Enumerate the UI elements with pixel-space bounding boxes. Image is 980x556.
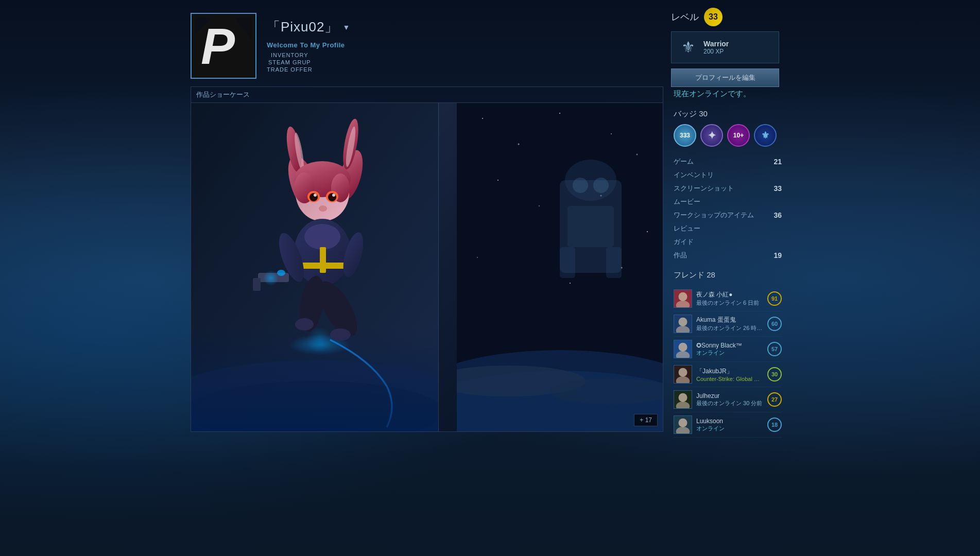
svg-point-23 xyxy=(332,194,335,197)
friend-info-0: 夜ノ森 小紅● 最後のオンライン 6 日前 xyxy=(696,290,763,307)
friend-level-4: 27 xyxy=(767,392,782,407)
level-badge: 33 xyxy=(704,8,723,26)
svg-point-22 xyxy=(314,194,317,197)
friend-level-1: 60 xyxy=(767,317,782,331)
left-section: 作品ショーケース xyxy=(191,86,663,438)
stat-label-games[interactable]: ゲーム xyxy=(674,157,694,166)
friend-item-0[interactable]: 夜ノ森 小紅● 最後のオンライン 6 日前 91 xyxy=(674,286,782,311)
showcase-header: 作品ショーケース xyxy=(191,86,663,102)
svg-rect-32 xyxy=(253,278,261,291)
svg-point-59 xyxy=(565,160,616,201)
friend-status-1: 最後のオンライン 26 時間 36 分前 xyxy=(696,324,763,332)
friend-item-4[interactable]: Julhezur 最後のオンライン 30 分前 27 xyxy=(674,387,782,412)
character-art xyxy=(191,103,438,431)
trade-offer-link[interactable]: TRADE OFFER xyxy=(267,66,313,73)
svg-point-7 xyxy=(289,335,351,355)
right-panel: レベル 33 ⚜ Warrior 200 XP プロフィールを編集 xyxy=(671,8,779,93)
main-content: 作品ショーケース xyxy=(0,79,980,438)
profile-links: INVENTORY STEAM GRUP TRADE OFFER xyxy=(267,52,313,73)
edit-profile-button[interactable]: プロフィールを編集 xyxy=(671,68,779,87)
svg-rect-29 xyxy=(320,247,326,273)
svg-point-61 xyxy=(593,178,609,193)
friend-info-5: Luuksoon オンライン xyxy=(696,418,763,432)
friend-item-5[interactable]: Luuksoon オンライン 18 xyxy=(674,412,782,438)
svg-point-40 xyxy=(307,327,333,353)
svg-point-81 xyxy=(679,419,687,427)
svg-rect-62 xyxy=(568,206,614,247)
stat-row-artworks: 作品 19 xyxy=(674,251,782,260)
friend-name-3: 「JakubJR」 xyxy=(696,367,763,376)
rank-name: Warrior xyxy=(703,40,729,48)
friend-level-2: 57 xyxy=(767,342,782,356)
svg-point-75 xyxy=(679,368,687,377)
svg-rect-63 xyxy=(560,247,575,278)
space-background xyxy=(457,103,663,431)
friends-section: フレンド 28 夜ノ森 小紅● 最後のオンライン 6 日前 91 xyxy=(674,270,782,438)
badge-star[interactable]: ✦ xyxy=(700,124,723,147)
stat-label-reviews[interactable]: レビュー xyxy=(674,224,700,233)
friend-name-1: Akuma 蛋蛋鬼 xyxy=(696,316,763,324)
friend-avatar-5 xyxy=(674,415,692,434)
svg-point-45 xyxy=(611,133,612,134)
friend-avatar-1 xyxy=(674,315,692,333)
stat-row-movies: ムービー xyxy=(674,197,782,206)
showcase-count[interactable]: + 17 xyxy=(634,414,658,426)
stat-row-workshop: ワークショップのアイテム 36 xyxy=(674,211,782,220)
friend-status-2: オンライン xyxy=(696,349,763,357)
friend-item-1[interactable]: Akuma 蛋蛋鬼 最後のオンライン 26 時間 36 分前 60 xyxy=(674,311,782,337)
friend-item-3[interactable]: 「JakubJR」 Counter-Strike: Global Offensi… xyxy=(674,362,782,387)
svg-rect-64 xyxy=(606,247,622,278)
stat-value-workshop: 36 xyxy=(773,211,782,219)
badges-section: バッジ 30 333 ✦ 10+ ⚜ xyxy=(674,109,782,147)
badge-wings[interactable]: ⚜ xyxy=(754,124,777,147)
avatar: P xyxy=(191,13,256,79)
svg-point-60 xyxy=(573,178,588,193)
svg-point-27 xyxy=(304,224,340,250)
svg-point-52 xyxy=(570,283,571,284)
stat-value-artworks: 19 xyxy=(773,251,782,259)
warrior-wings-icon: ⚜ xyxy=(681,40,695,55)
friend-level-3: 30 xyxy=(767,367,782,381)
stat-label-guides[interactable]: ガイド xyxy=(674,237,694,247)
friend-level-0: 91 xyxy=(767,291,782,306)
svg-point-43 xyxy=(518,144,520,145)
svg-point-21 xyxy=(328,193,336,201)
stats-list: ゲーム 21 インベントリ スクリーンショット 33 ムービー ワークショップの… xyxy=(674,157,782,260)
friend-item-2[interactable]: ✪Sonny Black™ オンライン 57 xyxy=(674,337,782,362)
friend-name-4: Julhezur xyxy=(696,392,763,399)
friend-avatar-3 xyxy=(674,365,692,384)
svg-point-39 xyxy=(263,270,279,286)
steam-grup-link[interactable]: STEAM GRUP xyxy=(268,59,311,65)
rank-info: Warrior 200 XP xyxy=(703,40,729,55)
stat-label-movies[interactable]: ムービー xyxy=(674,197,700,206)
stat-value-screenshots: 33 xyxy=(773,184,782,193)
badge-333[interactable]: 333 xyxy=(674,124,696,147)
svg-point-51 xyxy=(477,257,478,258)
username: 「Pixu02」 xyxy=(267,18,339,36)
stat-label-workshop[interactable]: ワークショップのアイテム xyxy=(674,211,754,220)
friend-status-4: 最後のオンライン 30 分前 xyxy=(696,399,763,407)
svg-point-24 xyxy=(319,205,327,212)
stats-panel: 現在オンラインです。 バッジ 30 333 ✦ 10+ ⚜ ゲーム 21 xyxy=(674,86,782,438)
stat-value-games: 21 xyxy=(773,158,782,166)
stat-row-games: ゲーム 21 xyxy=(674,157,782,166)
level-row: レベル 33 xyxy=(671,8,779,26)
friend-status-0: 最後のオンライン 6 日前 xyxy=(696,299,763,307)
badges-row: 333 ✦ 10+ ⚜ xyxy=(674,124,782,147)
badges-title: バッジ 30 xyxy=(674,109,782,119)
stat-label-artworks[interactable]: 作品 xyxy=(674,251,687,260)
username-dropdown-arrow[interactable]: ▼ xyxy=(343,23,350,31)
badge-10plus[interactable]: 10+ xyxy=(727,124,750,147)
stat-label-screenshots[interactable]: スクリーンショット xyxy=(674,184,734,193)
stat-label-inventory[interactable]: インベントリ xyxy=(674,170,714,180)
friend-info-3: 「JakubJR」 Counter-Strike: Global Offensi… xyxy=(696,367,763,382)
inventory-link[interactable]: INVENTORY xyxy=(271,52,308,58)
friend-level-5: 18 xyxy=(767,418,782,432)
svg-point-66 xyxy=(679,292,687,301)
svg-point-69 xyxy=(679,318,687,326)
showcase-image xyxy=(191,103,663,431)
friend-status-3: Counter-Strike: Global Offensive xyxy=(696,376,763,382)
level-label: レベル xyxy=(671,11,699,23)
showcase-divider xyxy=(438,103,439,431)
svg-point-5 xyxy=(191,360,438,431)
